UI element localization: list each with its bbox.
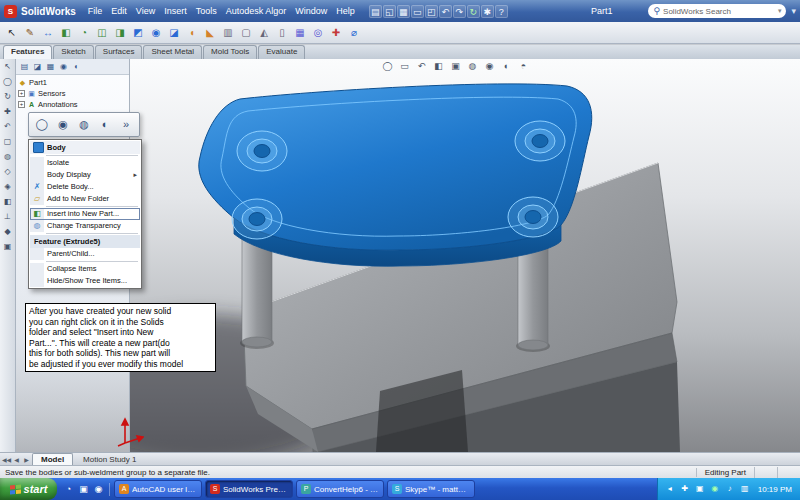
linear-pattern-icon[interactable]: ▦: [292, 25, 308, 41]
lofted-boss-icon[interactable]: ◨: [112, 25, 128, 41]
change-transparency-icon[interactable]: ◍: [75, 115, 93, 134]
shaded-view-icon[interactable]: ◍: [2, 151, 14, 163]
zoom-to-selection-icon[interactable]: ◯: [33, 115, 51, 134]
rib-icon[interactable]: ▥: [220, 25, 236, 41]
fillet-icon[interactable]: ◖: [184, 25, 200, 41]
extruded-cut-icon[interactable]: ◩: [130, 25, 146, 41]
view-orientation-icon[interactable]: ▣: [449, 60, 462, 73]
extruded-boss-icon[interactable]: ◧: [58, 25, 74, 41]
tab-model[interactable]: Model: [32, 453, 73, 465]
draft-icon[interactable]: ◭: [256, 25, 272, 41]
sketch-icon[interactable]: ✎: [22, 25, 38, 41]
tree-item-sensors[interactable]: + ▣ Sensors: [18, 88, 127, 99]
select-icon[interactable]: ↖: [4, 25, 20, 41]
hide-body-icon[interactable]: ◉: [54, 115, 72, 134]
menu-item-collapse-items[interactable]: Collapse Items: [30, 263, 140, 275]
zoom-fit-icon[interactable]: ◯: [2, 76, 14, 88]
rotate-view-icon[interactable]: ↻: [2, 91, 14, 103]
menu-insert[interactable]: Insert: [160, 5, 191, 17]
tab-mold-tools[interactable]: Mold Tools: [203, 45, 257, 59]
expand-icon[interactable]: +: [18, 90, 25, 97]
menu-edit[interactable]: Edit: [107, 5, 131, 17]
measure-icon[interactable]: ⌀: [346, 25, 362, 41]
wireframe-view-icon[interactable]: ◇: [2, 166, 14, 178]
help-icon[interactable]: ?: [495, 5, 508, 18]
antivirus-icon[interactable]: ✚: [679, 483, 691, 495]
chamfer-icon[interactable]: ◣: [202, 25, 218, 41]
front-view-icon[interactable]: ▢: [2, 136, 14, 148]
revolved-cut-icon[interactable]: ◪: [166, 25, 182, 41]
graphics-settings-icon[interactable]: ▣: [694, 483, 706, 495]
tab-features[interactable]: Features: [3, 45, 52, 59]
show-desktop-icon[interactable]: ▣: [77, 483, 90, 496]
taskbar-button-paint[interactable]: P ConvertHelp6 - Paint: [296, 480, 384, 498]
search-dropdown-icon[interactable]: ▾: [778, 7, 782, 15]
normal-to-icon[interactable]: ⊥: [2, 211, 14, 223]
more-commands-icon[interactable]: »: [117, 115, 135, 134]
shell-icon[interactable]: ▢: [238, 25, 254, 41]
section-view-icon[interactable]: ◧: [2, 196, 14, 208]
featuremanager-tree-icon[interactable]: ▤: [19, 61, 30, 72]
search-box[interactable]: ⚲ SolidWorks Search ▾: [648, 4, 786, 18]
hidden-lines-view-icon[interactable]: ◈: [2, 181, 14, 193]
rebuild-icon[interactable]: ↻: [467, 5, 480, 18]
boss-lower-left[interactable]: [232, 199, 282, 239]
revolved-boss-icon[interactable]: ◔: [76, 25, 92, 41]
menu-help[interactable]: Help: [332, 5, 359, 17]
menu-item-insert-into-new-part[interactable]: ◧ Insert into New Part...: [30, 208, 140, 220]
menu-item-isolate[interactable]: Isolate: [30, 157, 140, 169]
tab-scroll-first-icon[interactable]: ◀◀: [2, 456, 11, 463]
internet-explorer-icon[interactable]: ◔: [62, 483, 75, 496]
menu-item-hide-show-tree-items[interactable]: Hide/Show Tree Items...: [30, 275, 140, 287]
undo-icon[interactable]: ↶: [439, 5, 452, 18]
skype-status-icon[interactable]: ◉: [709, 483, 721, 495]
menu-item-change-transparency[interactable]: ◍ Change Transparency: [30, 220, 140, 232]
tab-sketch[interactable]: Sketch: [53, 45, 93, 59]
edit-appearance-icon[interactable]: ◐: [500, 60, 513, 73]
zoom-area-icon[interactable]: ▭: [398, 60, 411, 73]
print-icon[interactable]: ▭: [411, 5, 424, 18]
taskbar-button-solidworks[interactable]: S SolidWorks Premiu...: [205, 480, 293, 498]
reference-geometry-icon[interactable]: ✚: [328, 25, 344, 41]
previous-view-icon[interactable]: ↶: [2, 121, 14, 133]
taskbar-button-skype[interactable]: S Skype™ - mattperez...: [387, 480, 475, 498]
tray-chevron-icon[interactable]: ◂: [664, 483, 676, 495]
tab-surfaces[interactable]: Surfaces: [95, 45, 143, 59]
tab-scroll-right-icon[interactable]: ▶: [22, 456, 31, 463]
hole-wizard-icon[interactable]: ◉: [148, 25, 164, 41]
full-screen-icon[interactable]: ▣: [2, 241, 14, 253]
select-arrow-icon[interactable]: ↖: [2, 61, 14, 73]
redo-icon[interactable]: ↷: [453, 5, 466, 18]
display-pane-icon[interactable]: ◐: [71, 61, 82, 72]
previous-view-icon[interactable]: ↶: [415, 60, 428, 73]
print-preview-icon[interactable]: ◰: [425, 5, 438, 18]
media-player-icon[interactable]: ◉: [92, 483, 105, 496]
options-icon[interactable]: ✱: [481, 5, 494, 18]
smart-dimension-icon[interactable]: ↔: [40, 25, 56, 41]
boss-lower-right[interactable]: [508, 197, 558, 237]
tree-root-part[interactable]: ◆ Part1: [18, 77, 127, 88]
network-icon[interactable]: ▥: [739, 483, 751, 495]
section-view-icon[interactable]: ◧: [432, 60, 445, 73]
menu-file[interactable]: File: [84, 5, 107, 17]
expand-icon[interactable]: +: [18, 101, 25, 108]
open-icon[interactable]: ◱: [383, 5, 396, 18]
toolbar-overflow-icon[interactable]: ▾: [791, 6, 796, 16]
display-style-icon[interactable]: ◍: [466, 60, 479, 73]
configurationmanager-icon[interactable]: ▦: [45, 61, 56, 72]
selected-blue-solid[interactable]: [199, 84, 592, 266]
menu-item-parent-child[interactable]: Parent/Child...: [30, 248, 140, 260]
menu-autodesk-algor[interactable]: Autodesk Algor: [222, 5, 291, 17]
tab-evaluate[interactable]: Evaluate: [258, 45, 305, 59]
save-icon[interactable]: ▦: [397, 5, 410, 18]
tree-item-annotations[interactable]: + A Annotations: [18, 99, 127, 110]
swept-boss-icon[interactable]: ◫: [94, 25, 110, 41]
zoom-fit-icon[interactable]: ◯: [381, 60, 394, 73]
boss-upper-left[interactable]: [237, 131, 287, 171]
boss-upper-right[interactable]: [515, 121, 565, 161]
menu-view[interactable]: View: [132, 5, 159, 17]
menu-item-delete-body[interactable]: ✗ Delete Body...: [30, 181, 140, 193]
start-button[interactable]: start: [0, 478, 57, 500]
hide-show-items-icon[interactable]: ◉: [483, 60, 496, 73]
menu-item-add-to-new-folder[interactable]: ▱ Add to New Folder: [30, 193, 140, 205]
